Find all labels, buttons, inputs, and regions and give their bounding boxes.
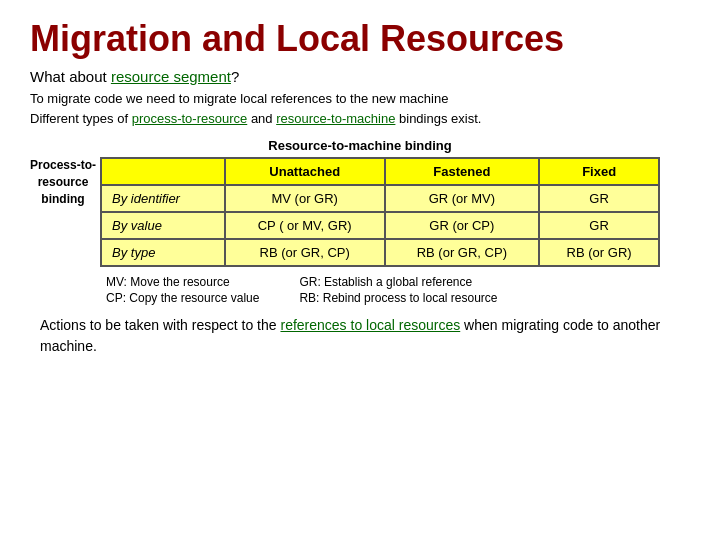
page-title: Migration and Local Resources xyxy=(30,18,690,60)
legend-mv: MV: Move the resource xyxy=(106,275,259,289)
row-fixed-type: RB (or GR) xyxy=(539,239,659,266)
row-fastened-value: GR (or CP) xyxy=(385,212,540,239)
row-unattached-identifier: MV (or GR) xyxy=(225,185,385,212)
col-header-empty xyxy=(101,158,225,185)
resource-to-machine-text: resource-to-machine xyxy=(276,111,395,126)
body-text: To migrate code we need to migrate local… xyxy=(30,89,690,128)
footer-highlight: references to local resources xyxy=(280,317,460,333)
binding-table: Unattached Fastened Fixed By identifier … xyxy=(100,157,660,267)
table-row: By type RB (or GR, CP) RB (or GR, CP) RB… xyxy=(101,239,659,266)
col-header-fixed: Fixed xyxy=(539,158,659,185)
legend-rb: RB: Rebind process to local resource xyxy=(299,291,497,305)
table-row: By identifier MV (or GR) GR (or MV) GR xyxy=(101,185,659,212)
row-unattached-value: CP ( or MV, GR) xyxy=(225,212,385,239)
row-fixed-value: GR xyxy=(539,212,659,239)
legend-gr: GR: Establish a global reference xyxy=(299,275,497,289)
process-to-resource-text: process-to-resource xyxy=(132,111,248,126)
table-section: Process-to- resource binding Unattached … xyxy=(30,157,690,267)
row-label-value: By value xyxy=(101,212,225,239)
table-section-label: Resource-to-machine binding xyxy=(30,138,690,153)
subtitle-suffix: ? xyxy=(231,68,239,85)
subtitle: What about resource segment? xyxy=(30,68,690,85)
body-line-1: To migrate code we need to migrate local… xyxy=(30,89,690,109)
col-header-unattached: Unattached xyxy=(225,158,385,185)
legend-col-1: MV: Move the resource CP: Copy the resou… xyxy=(106,275,259,305)
legend: MV: Move the resource CP: Copy the resou… xyxy=(30,275,690,305)
row-fixed-identifier: GR xyxy=(539,185,659,212)
legend-cp: CP: Copy the resource value xyxy=(106,291,259,305)
subtitle-highlight: resource segment xyxy=(111,68,231,85)
legend-col-2: GR: Establish a global reference RB: Reb… xyxy=(299,275,497,305)
row-fastened-type: RB (or GR, CP) xyxy=(385,239,540,266)
footer-text: Actions to be taken with respect to the … xyxy=(30,315,690,357)
body-line-2: Different types of process-to-resource a… xyxy=(30,109,690,129)
col-header-fastened: Fastened xyxy=(385,158,540,185)
row-label-type: By type xyxy=(101,239,225,266)
row-label-identifier: By identifier xyxy=(101,185,225,212)
table-row: By value CP ( or MV, GR) GR (or CP) GR xyxy=(101,212,659,239)
process-label: Process-to- resource binding xyxy=(30,157,100,207)
subtitle-text: What about xyxy=(30,68,111,85)
footer-before: Actions to be taken with respect to the xyxy=(40,317,280,333)
row-fastened-identifier: GR (or MV) xyxy=(385,185,540,212)
table-container: Process-to- resource binding Unattached … xyxy=(30,157,690,267)
row-unattached-type: RB (or GR, CP) xyxy=(225,239,385,266)
